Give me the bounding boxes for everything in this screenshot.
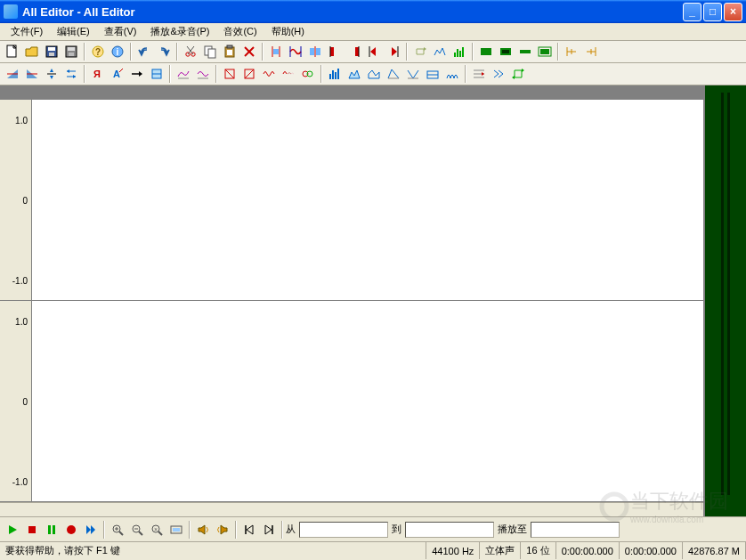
delete-icon[interactable] <box>239 42 259 61</box>
prev-marker-icon[interactable] <box>364 42 384 61</box>
env5-icon[interactable] <box>403 64 423 84</box>
maximize-button[interactable]: □ <box>703 3 722 21</box>
mark-end-icon[interactable] <box>345 42 364 61</box>
env3-icon[interactable] <box>364 64 384 84</box>
normalize-icon[interactable] <box>42 64 61 84</box>
status-help: 要获得帮助，请按下 F1 键 <box>0 542 426 559</box>
zoom-sel-icon[interactable] <box>476 42 496 61</box>
filter1-icon[interactable] <box>220 64 239 84</box>
filter2-icon[interactable] <box>239 64 259 84</box>
menu-play-record[interactable]: 播放&录音(P) <box>143 23 216 40</box>
svg-rect-6 <box>69 53 74 56</box>
svg-point-92 <box>67 525 76 534</box>
status-time2: 0:00:00.000 <box>620 542 683 559</box>
zoom-out-button[interactable] <box>127 520 147 540</box>
chorus-icon[interactable] <box>259 64 279 84</box>
copy-icon[interactable] <box>200 42 220 61</box>
snap-left-icon[interactable] <box>562 42 581 61</box>
svg-rect-48 <box>540 49 549 54</box>
reverse-icon[interactable] <box>61 64 81 84</box>
waveform-right[interactable] <box>32 301 703 501</box>
from-field[interactable] <box>299 522 388 538</box>
saveas-icon[interactable] <box>61 42 81 61</box>
menu-view[interactable]: 查看(V) <box>97 23 144 40</box>
zoom-fit-button[interactable]: × <box>147 520 166 540</box>
menu-help[interactable]: 帮助(H) <box>264 23 312 40</box>
window-title: All Editor - All Editor <box>22 5 683 19</box>
menu-effects[interactable]: 音效(C) <box>216 23 264 40</box>
stop-button[interactable] <box>22 520 42 540</box>
cut-icon[interactable] <box>181 42 200 61</box>
about-icon[interactable]: i <box>108 42 127 61</box>
zoom-full-icon[interactable] <box>535 42 555 61</box>
menu-file[interactable]: 文件(F) <box>4 23 50 40</box>
svg-marker-66 <box>139 71 142 77</box>
arrow-right-icon[interactable] <box>127 64 147 84</box>
svg-marker-34 <box>370 47 376 56</box>
go-start-button[interactable] <box>239 520 259 540</box>
separator <box>176 43 178 61</box>
svg-rect-91 <box>53 525 55 534</box>
open-icon[interactable] <box>22 42 42 61</box>
separator <box>189 521 191 539</box>
env2-icon[interactable] <box>345 64 364 84</box>
close-button[interactable]: × <box>724 3 742 21</box>
waveform-left[interactable] <box>32 100 703 300</box>
zoom-out-icon[interactable] <box>515 42 535 61</box>
pause-button[interactable] <box>42 520 61 540</box>
spectrum-icon[interactable] <box>450 42 469 61</box>
horizontal-scrollbar[interactable] <box>0 502 703 516</box>
eq1-icon[interactable] <box>174 64 193 84</box>
amplify-icon[interactable]: A <box>108 64 127 84</box>
paste-icon[interactable] <box>220 42 239 61</box>
fadeout-icon[interactable] <box>22 64 42 84</box>
separator <box>557 43 559 61</box>
help-icon[interactable]: ? <box>88 42 108 61</box>
delay-icon[interactable] <box>279 64 298 84</box>
invert-select-icon[interactable] <box>305 42 325 61</box>
analyze-icon[interactable] <box>430 42 450 61</box>
new-icon[interactable] <box>3 42 22 61</box>
menu-edit[interactable]: 编辑(E) <box>50 23 97 40</box>
play-button[interactable] <box>3 520 22 540</box>
record-button[interactable] <box>61 520 81 540</box>
svg-line-96 <box>119 532 123 535</box>
to-field[interactable] <box>405 522 494 538</box>
time-ruler[interactable] <box>0 85 703 100</box>
fadein-icon[interactable] <box>3 64 22 84</box>
go-end-button[interactable] <box>259 520 279 540</box>
env7-icon[interactable] <box>442 64 462 84</box>
phase-icon[interactable] <box>489 64 508 84</box>
zoom-in-button[interactable] <box>108 520 127 540</box>
playto-field[interactable] <box>531 522 620 538</box>
undo-icon[interactable] <box>134 42 154 61</box>
minimize-button[interactable]: _ <box>683 3 701 21</box>
fast-forward-button[interactable] <box>81 520 101 540</box>
loop-icon[interactable] <box>508 64 528 84</box>
redo-icon[interactable] <box>154 42 174 61</box>
effects-toolbar: Я A <box>0 63 746 85</box>
zoom-sel-button[interactable] <box>166 520 186 540</box>
silence-icon[interactable]: Я <box>88 64 108 84</box>
trim-icon[interactable] <box>266 42 286 61</box>
next-marker-icon[interactable] <box>384 42 403 61</box>
eq2-icon[interactable] <box>193 64 213 84</box>
select-all-icon[interactable] <box>286 42 305 61</box>
env6-icon[interactable] <box>423 64 442 84</box>
svg-rect-24 <box>273 49 279 54</box>
env4-icon[interactable] <box>384 64 403 84</box>
speaker-left-icon[interactable] <box>193 520 213 540</box>
svg-rect-42 <box>462 47 464 57</box>
env1-icon[interactable] <box>325 64 345 84</box>
zoom-in-icon[interactable] <box>496 42 515 61</box>
repeat-icon[interactable] <box>410 42 430 61</box>
save-icon[interactable] <box>42 42 61 61</box>
svg-rect-27 <box>310 48 314 55</box>
tracks: 1.0 0 -1.0 1.0 0 -1.0 <box>0 100 703 502</box>
echo-icon[interactable] <box>298 64 318 84</box>
process-icon[interactable] <box>147 64 166 84</box>
stretch-icon[interactable] <box>469 64 489 84</box>
snap-right-icon[interactable] <box>581 42 601 61</box>
mark-start-icon[interactable] <box>325 42 345 61</box>
speaker-right-icon[interactable] <box>213 520 232 540</box>
